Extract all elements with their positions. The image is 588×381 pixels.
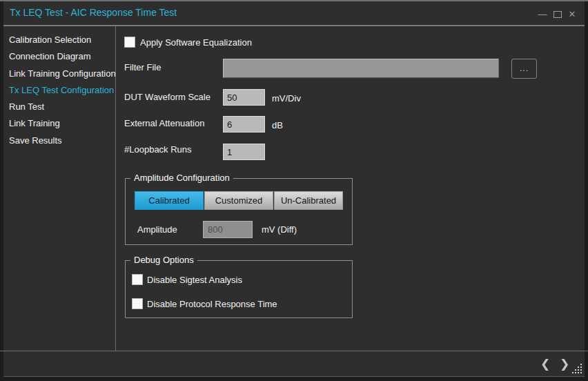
external-attenuation-unit: dB [272, 120, 283, 131]
browse-button[interactable]: ... [511, 59, 537, 79]
minimize-button[interactable]: — [537, 7, 548, 22]
un-calibrated-button[interactable]: Un-Calibrated [274, 191, 343, 210]
next-page-button[interactable]: ❯ [558, 357, 571, 372]
amplitude-label: Amplitude [137, 224, 177, 235]
sidebar-item-link-training-configuration[interactable]: Link Training Configuration [9, 66, 116, 82]
sidebar-item-calibration-selection[interactable]: Calibration Selection [9, 32, 91, 48]
filter-file-input[interactable] [223, 59, 499, 78]
filter-file-label: Filter File [124, 62, 161, 73]
external-attenuation-input[interactable] [223, 116, 265, 133]
disable-protocol-response-time-checkbox[interactable] [132, 298, 143, 309]
amplitude-configuration-group: Amplitude Configuration Calibrated Custo… [125, 178, 353, 245]
loopback-runs-input[interactable] [223, 144, 265, 160]
previous-page-button[interactable]: ❮ [539, 357, 551, 372]
apply-software-equalization-label: Apply Software Equalization [140, 37, 252, 48]
dut-waveform-scale-label: DUT Waveform Scale [124, 92, 210, 103]
disable-sigtest-analysis-label: Disable Sigtest Analysis [147, 275, 242, 286]
debug-options-group: Debug Options Disable Sigtest Analysis D… [125, 260, 353, 318]
dialog-window: Tx LEQ Test - AIC Response Time Test — ✕… [0, 0, 588, 381]
dut-waveform-scale-input[interactable] [223, 89, 265, 106]
amplitude-input[interactable] [203, 221, 253, 238]
close-icon: ✕ [569, 9, 576, 19]
resize-grip[interactable] [572, 364, 574, 365]
sidebar-item-save-results[interactable]: Save Results [9, 133, 62, 149]
disable-sigtest-analysis-checkbox[interactable] [132, 274, 143, 285]
sidebar-item-connection-diagram[interactable]: Connection Diagram [9, 48, 91, 65]
debug-options-title: Debug Options [130, 255, 197, 266]
window-title: Tx LEQ Test - AIC Response Time Test [10, 1, 177, 24]
maximize-button[interactable] [551, 7, 564, 22]
amplitude-configuration-title: Amplitude Configuration [130, 173, 233, 184]
close-button[interactable]: ✕ [567, 7, 578, 22]
chevron-right-icon: ❯ [560, 358, 569, 371]
minimize-icon: — [538, 9, 547, 19]
maximize-icon [553, 11, 562, 18]
dut-waveform-scale-unit: mV/Div [272, 93, 301, 104]
external-attenuation-label: External Attenuation [124, 118, 204, 129]
sidebar-item-tx-leq-test-configuration[interactable]: Tx LEQ Test Configuration [9, 82, 114, 99]
footer-bottom-line [3, 376, 585, 377]
loopback-runs-label: #Loopback Runs [124, 144, 192, 155]
chevron-left-icon: ❮ [540, 358, 550, 371]
footer-bar [3, 351, 585, 376]
apply-software-equalization-checkbox[interactable] [124, 37, 135, 48]
sidebar-item-link-training[interactable]: Link Training [9, 115, 60, 132]
amplitude-unit: mV (Diff) [262, 224, 297, 235]
sidebar-item-run-test[interactable]: Run Test [9, 99, 44, 115]
customized-button[interactable]: Customized [204, 191, 273, 210]
disable-protocol-response-time-label: Disable Protocol Response Time [147, 299, 277, 310]
calibrated-button[interactable]: Calibrated [135, 191, 204, 210]
